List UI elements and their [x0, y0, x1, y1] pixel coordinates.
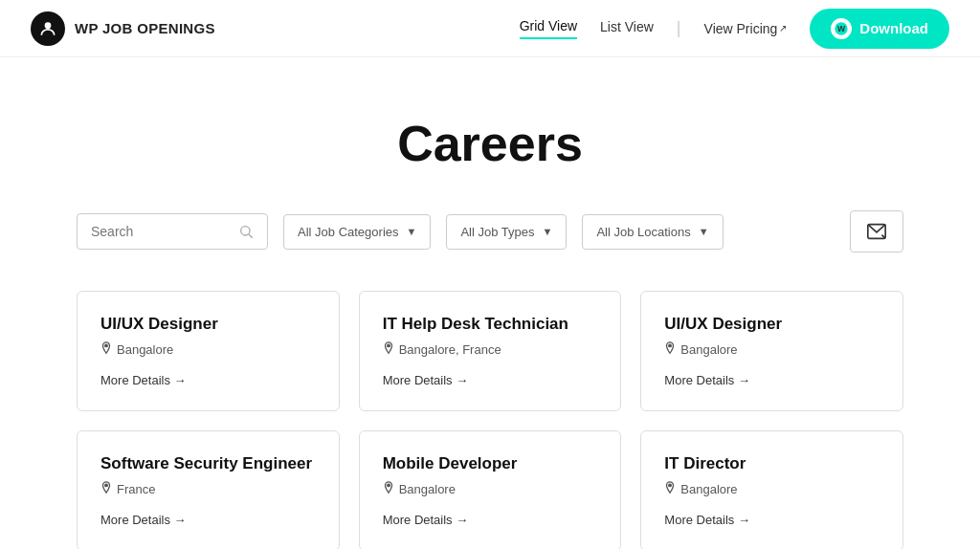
job-location: Bangalore [664, 481, 880, 497]
hero-section: Careers [0, 57, 980, 210]
job-card[interactable]: UI/UX Designer Bangalore More Details → [640, 291, 903, 411]
location-pin-icon [100, 341, 112, 358]
location-pin-icon [664, 481, 676, 497]
logo: WP JOB OPENINGS [31, 11, 215, 46]
chevron-down-icon: ▼ [407, 226, 417, 237]
svg-point-0 [45, 22, 52, 29]
nav-list-view[interactable]: List View [600, 19, 654, 38]
location-pin-icon [100, 481, 112, 497]
svg-text:W: W [837, 24, 846, 33]
job-location-text: Bangalore, France [399, 342, 501, 357]
search-icon [238, 224, 254, 239]
job-location: Bangalore [664, 341, 880, 358]
job-location: Bangalore [383, 481, 598, 497]
email-icon [866, 221, 887, 242]
more-details-link[interactable]: More Details → [100, 513, 316, 527]
svg-point-11 [387, 484, 390, 487]
download-button[interactable]: W Download [810, 9, 949, 49]
svg-point-10 [105, 484, 108, 487]
locations-dropdown[interactable]: All Job Locations ▼ [582, 214, 723, 250]
more-details-link[interactable]: More Details → [383, 513, 598, 527]
types-dropdown[interactable]: All Job Types ▼ [446, 214, 567, 250]
job-card[interactable]: Software Security Engineer France More D… [77, 430, 340, 549]
svg-point-9 [669, 344, 672, 347]
svg-point-12 [669, 484, 672, 487]
svg-point-8 [387, 344, 390, 347]
svg-line-4 [249, 234, 253, 238]
more-details-link[interactable]: More Details → [664, 513, 880, 527]
job-title: IT Help Desk Technician [383, 315, 598, 334]
chevron-down-icon: ▼ [699, 226, 709, 237]
page-title: Careers [31, 115, 949, 172]
nav-view-pricing[interactable]: View Pricing↗ [704, 21, 788, 36]
job-title: UI/UX Designer [100, 315, 316, 334]
search-box[interactable] [77, 213, 268, 250]
job-title: IT Director [664, 454, 880, 473]
header: WP JOB OPENINGS Grid View List View | Vi… [0, 0, 980, 57]
email-alerts-button[interactable] [850, 210, 903, 253]
location-pin-icon [383, 341, 394, 358]
nav-grid-view[interactable]: Grid View [520, 18, 577, 39]
search-input[interactable] [91, 224, 231, 239]
job-card[interactable]: Mobile Developer Bangalore More Details … [359, 430, 622, 549]
location-pin-icon [664, 341, 676, 358]
job-card[interactable]: IT Director Bangalore More Details → [640, 430, 903, 549]
nav: Grid View List View | View Pricing↗ W Do… [520, 9, 949, 49]
job-grid: UI/UX Designer Bangalore More Details → … [0, 291, 980, 549]
wp-icon: W [831, 18, 852, 39]
job-location-text: Bangalore [399, 482, 456, 496]
job-location: France [100, 481, 316, 497]
job-location: Bangalore [100, 341, 316, 358]
more-details-link[interactable]: More Details → [383, 373, 598, 387]
more-details-link[interactable]: More Details → [664, 373, 880, 387]
logo-icon [31, 11, 65, 46]
job-card[interactable]: UI/UX Designer Bangalore More Details → [77, 291, 340, 411]
more-details-link[interactable]: More Details → [100, 373, 316, 387]
chevron-down-icon: ▼ [542, 226, 552, 237]
job-card[interactable]: IT Help Desk Technician Bangalore, Franc… [359, 291, 622, 411]
job-title: Mobile Developer [383, 454, 598, 473]
categories-dropdown[interactable]: All Job Categories ▼ [283, 214, 431, 250]
job-location: Bangalore, France [383, 341, 598, 358]
job-location-text: Bangalore [117, 342, 173, 357]
job-title: Software Security Engineer [100, 454, 316, 473]
job-title: UI/UX Designer [664, 315, 880, 334]
job-location-text: Bangalore [680, 482, 737, 496]
location-pin-icon [383, 481, 394, 497]
job-location-text: Bangalore [680, 342, 737, 357]
nav-divider: | [677, 18, 681, 38]
svg-point-7 [105, 344, 108, 347]
logo-text: WP JOB OPENINGS [75, 20, 215, 36]
svg-point-3 [241, 227, 250, 235]
filters-bar: All Job Categories ▼ All Job Types ▼ All… [0, 210, 980, 291]
job-location-text: France [117, 482, 155, 496]
